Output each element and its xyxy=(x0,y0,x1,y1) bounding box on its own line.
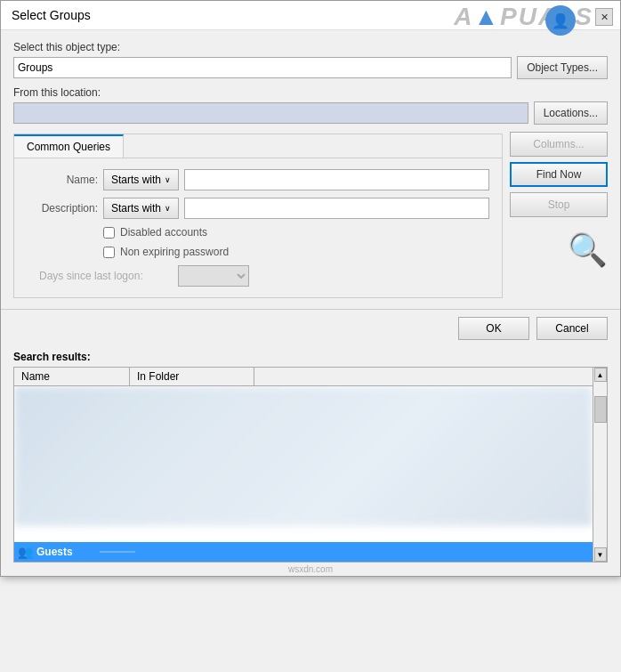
folder-column-header: In Folder xyxy=(130,368,254,385)
description-label: Description: xyxy=(27,202,98,215)
tab-header: Common Queries xyxy=(14,134,502,158)
location-row: Locations... xyxy=(13,101,608,125)
name-row: Name: Starts with ∨ xyxy=(27,169,489,190)
scroll-up-arrow[interactable]: ▲ xyxy=(594,368,607,382)
common-queries-tab[interactable]: Common Queries xyxy=(14,134,124,158)
close-button[interactable]: ✕ xyxy=(595,8,613,26)
selected-row-name: Guests xyxy=(36,546,73,558)
object-type-section: Select this object type: Object Types... xyxy=(13,41,608,79)
days-since-select[interactable] xyxy=(178,265,249,287)
ok-button[interactable]: OK xyxy=(458,317,529,340)
find-now-button[interactable]: Find Now xyxy=(510,162,608,187)
name-dropdown-arrow: ∨ xyxy=(165,175,171,184)
locations-button[interactable]: Locations... xyxy=(534,101,608,125)
object-types-button[interactable]: Object Types... xyxy=(517,56,608,79)
disabled-accounts-checkbox[interactable] xyxy=(103,227,115,239)
non-expiring-password-row: Non expiring password xyxy=(103,246,489,258)
location-section: From this location: Locations... xyxy=(13,86,608,125)
scroll-down-arrow[interactable]: ▼ xyxy=(594,547,607,562)
search-results-label: Search results: xyxy=(13,351,608,363)
object-type-input[interactable] xyxy=(13,57,512,78)
common-queries-container: Common Queries Name: Starts with ∨ xyxy=(13,132,503,298)
search-results-section: Search results: Name In Folder 👥 Guests xyxy=(1,347,620,563)
dialog-window: Select Groups A▲PUALS 👤 ✕ Select this ob… xyxy=(0,0,621,577)
desc-dropdown-arrow: ∨ xyxy=(165,204,171,213)
description-starts-with-button[interactable]: Starts with ∨ xyxy=(103,198,179,219)
description-starts-with-label: Starts with xyxy=(111,202,161,215)
name-input[interactable] xyxy=(184,169,489,190)
selected-row-folder xyxy=(100,551,135,553)
non-expiring-password-checkbox[interactable] xyxy=(103,247,115,258)
magnifier-icon: 🔍 xyxy=(568,231,608,269)
results-body: 👥 Guests xyxy=(14,386,593,562)
name-starts-with-button[interactable]: Starts with ∨ xyxy=(103,169,179,190)
disabled-accounts-label: Disabled accounts xyxy=(120,226,207,239)
common-queries-box: Common Queries Name: Starts with ∨ xyxy=(13,134,503,298)
location-label: From this location: xyxy=(13,86,608,99)
results-table: Name In Folder 👥 Guests xyxy=(14,368,593,562)
name-label: Name: xyxy=(27,174,98,186)
object-type-label: Select this object type: xyxy=(13,41,608,53)
location-input[interactable] xyxy=(13,102,528,124)
title-bar: Select Groups A▲PUALS 👤 ✕ xyxy=(1,1,620,30)
stop-button[interactable]: Stop xyxy=(510,192,608,217)
common-queries-content: Name: Starts with ∨ Description: Start xyxy=(14,158,502,297)
non-expiring-password-label: Non expiring password xyxy=(120,246,229,258)
blurred-results xyxy=(14,386,593,526)
disabled-accounts-row: Disabled accounts xyxy=(103,226,489,239)
right-buttons-area: Columns... Find Now Stop 🔍 xyxy=(510,132,608,269)
queries-area: Common Queries Name: Starts with ∨ xyxy=(13,132,608,298)
object-type-row: Object Types... xyxy=(13,56,608,79)
days-since-row: Days since last logon: xyxy=(27,265,489,287)
description-input[interactable] xyxy=(184,198,489,219)
search-icon-area: 🔍 xyxy=(510,231,608,269)
extra-column xyxy=(254,368,593,385)
row-icon: 👥 xyxy=(18,545,33,559)
results-table-container: Name In Folder 👥 Guests xyxy=(13,367,608,563)
user-avatar: 👤 xyxy=(545,5,576,36)
results-header: Name In Folder xyxy=(14,368,593,386)
name-column-header: Name xyxy=(14,368,130,385)
cancel-button[interactable]: Cancel xyxy=(536,317,608,340)
name-starts-with-label: Starts with xyxy=(111,174,161,186)
vertical-scrollbar[interactable]: ▲ ▼ xyxy=(593,368,607,562)
columns-button[interactable]: Columns... xyxy=(510,132,608,157)
description-row: Description: Starts with ∨ xyxy=(27,198,489,219)
dialog-title: Select Groups xyxy=(12,8,91,22)
selected-result-row[interactable]: 👥 Guests xyxy=(14,542,593,562)
days-since-label: Days since last logon: xyxy=(39,270,173,282)
footer-watermark: wsxdn.com xyxy=(1,563,620,576)
dialog-content: Select this object type: Object Types...… xyxy=(1,30,620,309)
ok-cancel-row: OK Cancel xyxy=(1,309,620,347)
scrollbar-thumb[interactable] xyxy=(594,396,607,423)
